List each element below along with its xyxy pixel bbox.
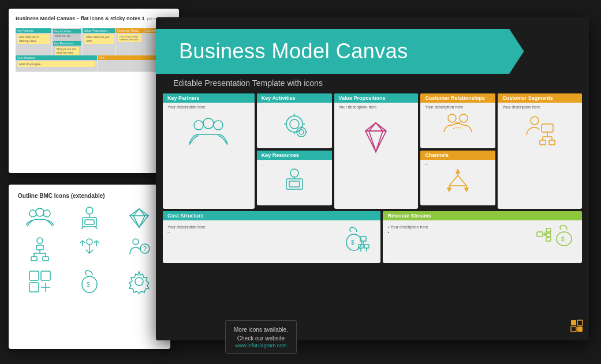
channels-header: Channels xyxy=(420,151,495,160)
svg-marker-9 xyxy=(130,209,148,227)
outline-icon-laptop-person xyxy=(68,206,111,229)
outline-title: Outline BMC Icons (extendable) xyxy=(18,193,161,199)
svg-rect-103 xyxy=(577,320,583,325)
svg-rect-96 xyxy=(546,233,551,237)
svg-point-41 xyxy=(194,121,203,130)
outline-icon-people xyxy=(18,206,62,229)
watermark xyxy=(570,320,583,335)
cr-desc: Your description here xyxy=(425,105,491,109)
svg-text:$: $ xyxy=(87,282,90,288)
svg-line-8 xyxy=(95,227,98,229)
main-banner: Business Model Canvas xyxy=(156,29,524,74)
main-title: Business Model Canvas xyxy=(179,39,507,63)
svg-rect-101 xyxy=(577,327,583,332)
svg-point-64 xyxy=(460,114,468,122)
svg-point-45 xyxy=(290,119,299,129)
outline-icon-gear xyxy=(117,269,161,294)
svg-rect-58 xyxy=(289,181,300,187)
cs-bullet-1: Your description here xyxy=(167,225,206,229)
key-activities-desc: ... xyxy=(262,105,327,109)
svg-rect-88 xyxy=(364,245,369,248)
svg-rect-57 xyxy=(286,179,303,189)
cell-key-activities: Key Activities ... xyxy=(257,93,332,148)
svg-rect-35 xyxy=(29,283,39,292)
svg-marker-60 xyxy=(365,123,386,152)
svg-point-2 xyxy=(43,210,50,217)
svg-text:?: ? xyxy=(143,245,147,252)
svg-line-23 xyxy=(89,250,93,253)
svg-point-42 xyxy=(203,118,214,129)
rs-bullet-2: • xyxy=(387,230,428,234)
key-resources-desc: ... xyxy=(262,162,327,166)
svg-rect-19 xyxy=(43,257,48,261)
main-subtitle: Editable Presentation Template with icon… xyxy=(156,74,589,93)
popup-line2: Check our website xyxy=(234,334,288,343)
outline-icons-grid: ? $ xyxy=(18,206,161,294)
svg-point-12 xyxy=(37,238,43,243)
white-slide-title: Business Model Canvas – flat icons & sti… xyxy=(16,16,145,21)
svg-point-43 xyxy=(214,121,223,130)
svg-point-0 xyxy=(29,210,36,217)
cell-revenue-streams: Revenue Streams • Your description here … xyxy=(383,211,582,263)
outline-slide: Outline BMC Icons (extendable) xyxy=(9,185,170,349)
svg-line-7 xyxy=(81,227,84,229)
cell-cost-structure: Cost Structure Your description here – $ xyxy=(163,211,380,263)
svg-rect-95 xyxy=(546,228,551,232)
outline-icon-money-bag: $ xyxy=(68,269,111,294)
canvas-row-2: Cost Structure Your description here – $ xyxy=(163,211,582,263)
svg-rect-76 xyxy=(542,124,553,132)
cs-desc: Your description here xyxy=(502,105,577,109)
svg-point-75 xyxy=(531,117,539,125)
cell-value-propositions: Value Propositions Your description here xyxy=(334,93,419,209)
white-slide: Business Model Canvas – flat icons & sti… xyxy=(9,9,179,173)
svg-rect-82 xyxy=(549,140,555,145)
outline-icon-arrows-person xyxy=(68,237,111,261)
svg-rect-100 xyxy=(571,320,576,325)
svg-point-3 xyxy=(86,207,93,214)
svg-point-56 xyxy=(290,169,298,177)
svg-line-66 xyxy=(449,175,458,186)
outline-icon-diamond xyxy=(117,206,161,229)
cell-customer-relationships: Customer Relationships Your description … xyxy=(420,93,495,148)
value-props-desc: Your description here xyxy=(339,105,414,109)
popup-link[interactable]: www.infoDiagram.com xyxy=(234,343,288,348)
rs-bullet-1: • Your description here xyxy=(387,225,428,229)
svg-rect-34 xyxy=(41,271,50,280)
bottom-popup: More icons available. Check our website … xyxy=(225,320,297,354)
canvas-grid: Key Partners Your description here xyxy=(156,93,589,268)
cell-split-cr-channels: Customer Relationships Your description … xyxy=(420,93,495,209)
svg-point-51 xyxy=(299,130,304,134)
svg-rect-97 xyxy=(546,238,551,241)
customer-relationships-header: Customer Relationships xyxy=(420,93,495,103)
mini-canvas: Key Partners who help you in offering va… xyxy=(16,28,172,72)
canvas-row-1: Key Partners Your description here xyxy=(163,93,582,209)
key-activities-header: Key Activities xyxy=(257,93,332,103)
cell-split-activities-resources: Key Activities ... xyxy=(257,93,332,209)
svg-point-30 xyxy=(133,239,139,245)
outline-icon-person-question: ? xyxy=(117,237,161,261)
svg-point-40 xyxy=(135,277,143,286)
popup-line1: More icons available. xyxy=(234,325,288,334)
svg-line-67 xyxy=(458,175,466,186)
revenue-streams-header: Revenue Streams xyxy=(383,211,582,220)
svg-point-20 xyxy=(87,239,92,245)
svg-point-1 xyxy=(36,208,44,216)
svg-text:$: $ xyxy=(351,239,354,246)
cell-channels: Channels – xyxy=(420,151,495,205)
customer-segments-header: Customer Segments xyxy=(498,93,582,103)
key-partners-desc: Your description here xyxy=(167,105,250,109)
svg-rect-18 xyxy=(31,257,37,261)
cell-key-partners: Key Partners Your description here xyxy=(163,93,255,209)
svg-line-22 xyxy=(86,250,89,253)
cell-key-resources: Key Resources ... xyxy=(257,151,332,205)
svg-text:$: $ xyxy=(561,236,565,242)
svg-rect-33 xyxy=(29,271,39,280)
svg-rect-81 xyxy=(540,140,546,145)
channels-desc: – xyxy=(425,162,491,166)
main-slide: Business Model Canvas Editable Presentat… xyxy=(156,17,589,340)
cost-structure-header: Cost Structure xyxy=(163,211,380,220)
svg-rect-102 xyxy=(571,327,576,332)
value-propositions-header: Value Propositions xyxy=(334,93,419,103)
cs-bullet-2: – xyxy=(167,230,206,234)
svg-rect-91 xyxy=(537,232,543,237)
